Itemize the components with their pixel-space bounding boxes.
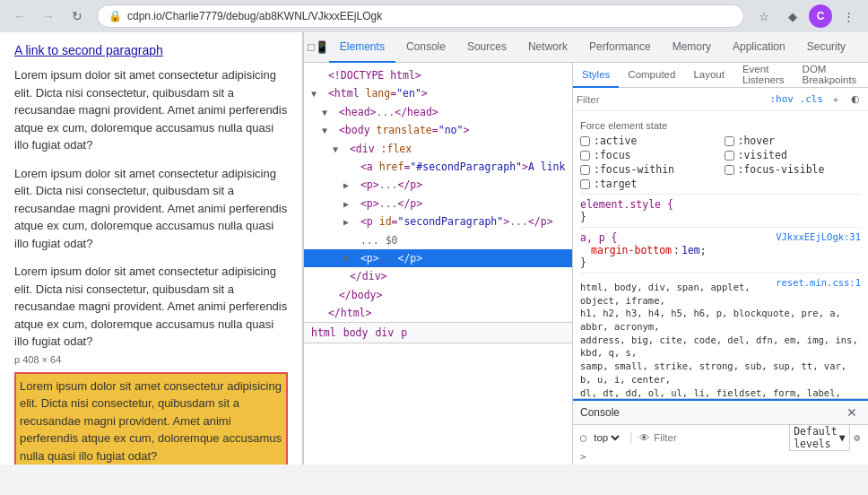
main-area: A link to second paragraph Lorem ipsum d… xyxy=(0,32,868,465)
subtab-styles[interactable]: Styles xyxy=(573,63,619,88)
tab-lighthouse[interactable]: Lighthouse xyxy=(856,32,868,63)
console-close-button[interactable]: ✕ xyxy=(843,404,861,421)
triangle-open-icon[interactable] xyxy=(333,143,343,157)
state-focus: :focus xyxy=(580,149,717,161)
triangle-open-icon[interactable] xyxy=(311,87,322,101)
device-toggle-button[interactable]: 📱 xyxy=(315,36,329,59)
tab-memory[interactable]: Memory xyxy=(662,32,722,63)
console-filter-input[interactable] xyxy=(654,432,786,443)
dom-line-a[interactable]: <a href="#secondParagraph">A link to sec… xyxy=(304,158,572,176)
breadcrumb-body[interactable]: body xyxy=(343,326,369,339)
console-bar: Console ✕ xyxy=(573,399,868,424)
triangle-closed-icon[interactable] xyxy=(343,178,354,193)
console-level-select[interactable]: Default levels ▼ xyxy=(789,424,849,451)
bookmark-button[interactable]: ☆ xyxy=(751,4,777,29)
dom-line-body-close[interactable]: </body> xyxy=(304,286,572,304)
css-selector-element-style: element.style { xyxy=(580,198,861,211)
devtools-bottom: Console ✕ ○ top | 👁 xyxy=(573,398,868,465)
state-focus-checkbox[interactable] xyxy=(580,151,590,161)
page-content: A link to second paragraph Lorem ipsum d… xyxy=(0,32,303,465)
breadcrumb-div[interactable]: div xyxy=(375,326,394,339)
subtab-computed[interactable]: Computed xyxy=(619,63,684,88)
css-rule-ap: a, p { VJkxxEEjLOgk:31 margin-bottom : 1… xyxy=(580,228,861,274)
state-hover: :hover xyxy=(725,135,862,147)
state-hover-checkbox[interactable] xyxy=(725,136,734,146)
paragraph-2: Lorem ipsum dolor sit amet consectetur a… xyxy=(14,165,288,253)
console-label[interactable]: Console xyxy=(580,406,620,419)
eye-icon: 👁 xyxy=(639,431,650,444)
tab-security[interactable]: Security xyxy=(796,32,856,63)
tab-console[interactable]: Console xyxy=(395,32,456,63)
dom-line-p-second[interactable]: <p id="secondParagraph">...</p> xyxy=(304,213,572,230)
state-visited: :visited xyxy=(725,149,862,161)
state-visited-checkbox[interactable] xyxy=(725,151,734,161)
dom-line-head[interactable]: <head>...</head> xyxy=(304,103,572,121)
state-target: :target xyxy=(580,178,717,190)
dom-line-ellipsis[interactable]: ... $0 xyxy=(304,231,572,249)
forward-button[interactable]: → xyxy=(36,4,61,29)
dom-line-p2[interactable]: <p>...</p> xyxy=(304,195,572,213)
styles-filter-input[interactable] xyxy=(577,94,766,105)
breadcrumb-p[interactable]: p xyxy=(401,326,407,339)
dom-line-div[interactable]: <div :flex xyxy=(304,140,572,158)
state-focus-visible: :focus-visible xyxy=(725,163,862,176)
profile-avatar[interactable]: C xyxy=(809,4,832,28)
css-source-reset[interactable]: reset.min.css:1 xyxy=(776,277,861,288)
styles-filter-bar: :hov .cls + ◐ xyxy=(573,88,868,111)
dom-line-html-close[interactable]: </html> xyxy=(304,304,572,322)
dom-line-p-selected[interactable]: <p>...</p> xyxy=(304,249,572,267)
console-icons: ○ xyxy=(580,431,586,444)
state-focus-visible-checkbox[interactable] xyxy=(725,165,734,175)
url-bar[interactable]: 🔒 cdpn.io/Charlie7779/debug/ab8KWNL/VJkx… xyxy=(97,4,744,28)
devtools-body: <!DOCTYPE html> <html lang="en"> <head>.… xyxy=(304,63,868,465)
state-target-checkbox[interactable] xyxy=(580,179,590,189)
tab-network[interactable]: Network xyxy=(517,32,578,63)
extensions-button[interactable]: ◆ xyxy=(780,4,805,29)
toggle-dark-button[interactable]: ◐ xyxy=(846,91,864,109)
reload-button[interactable]: ↻ xyxy=(65,4,90,29)
paragraph-1: Lorem ipsum dolor sit amet consectetur a… xyxy=(14,66,288,154)
css-rule-ap-header: a, p { VJkxxEEjLOgk:31 xyxy=(580,231,861,244)
subtab-event-listeners[interactable]: Event Listeners xyxy=(733,63,794,88)
css-ap-closing: } xyxy=(580,256,861,269)
state-focus-within-checkbox[interactable] xyxy=(580,165,590,175)
dom-line-html[interactable]: <html lang="en"> xyxy=(304,84,572,102)
css-reset-selector: html, body, div, span, applet, object, i… xyxy=(580,277,861,398)
tab-performance[interactable]: Performance xyxy=(578,32,662,63)
add-style-button[interactable]: + xyxy=(827,91,845,109)
dom-line-doctype[interactable]: <!DOCTYPE html> xyxy=(304,66,572,84)
console-top-select[interactable]: top xyxy=(590,431,622,444)
paragraph-4-highlighted: Lorem ipsum dolor sit amet consectetur a… xyxy=(14,372,288,465)
triangle-open-icon[interactable] xyxy=(322,106,333,120)
triangle-open-icon[interactable] xyxy=(322,124,333,138)
page-link[interactable]: A link to second paragraph xyxy=(14,43,288,57)
tab-elements[interactable]: Elements xyxy=(329,32,395,63)
triangle-closed-icon[interactable] xyxy=(343,215,354,230)
tab-sources[interactable]: Sources xyxy=(456,32,517,63)
breadcrumb-html[interactable]: html xyxy=(311,326,336,339)
tab-application[interactable]: Application xyxy=(722,32,796,63)
triangle-open-icon[interactable] xyxy=(343,252,354,266)
dom-line-body[interactable]: <body translate="no"> xyxy=(304,121,572,139)
subtab-dom-breakpoints[interactable]: DOM Breakpoints xyxy=(794,63,866,88)
styles-subtabs: Styles Computed Layout Event Listeners D… xyxy=(573,63,868,88)
triangle-closed-icon[interactable] xyxy=(343,197,354,212)
error-icon: ○ xyxy=(580,431,586,444)
more-options-button[interactable]: ⋮ xyxy=(836,4,861,29)
size-label: p 408 × 64 xyxy=(14,354,288,365)
browser-actions: ☆ ◆ C ⋮ xyxy=(751,4,861,29)
inspect-element-button[interactable]: □ xyxy=(308,36,315,59)
console-eye-button[interactable]: 👁 xyxy=(639,431,650,444)
dom-tree-panel: <!DOCTYPE html> <html lang="en"> <head>.… xyxy=(304,63,573,465)
css-source-ap[interactable]: VJkxxEEjLOgk:31 xyxy=(776,231,861,242)
state-active-checkbox[interactable] xyxy=(580,136,590,146)
console-settings-button[interactable]: ⚙ xyxy=(854,429,861,447)
force-state-grid: :active :hover :focus xyxy=(580,135,861,190)
dom-line-p1[interactable]: <p>...</p> xyxy=(304,176,572,194)
css-prop-margin-bottom: margin-bottom : 1em ; xyxy=(580,244,861,256)
devtools-tabs: □ 📱 Elements Console Sources Network Per… xyxy=(304,32,868,63)
dom-line-div-close[interactable]: </div> xyxy=(304,267,572,285)
back-button[interactable]: ← xyxy=(7,4,32,29)
lock-icon: 🔒 xyxy=(108,10,122,22)
subtab-layout[interactable]: Layout xyxy=(684,63,733,88)
